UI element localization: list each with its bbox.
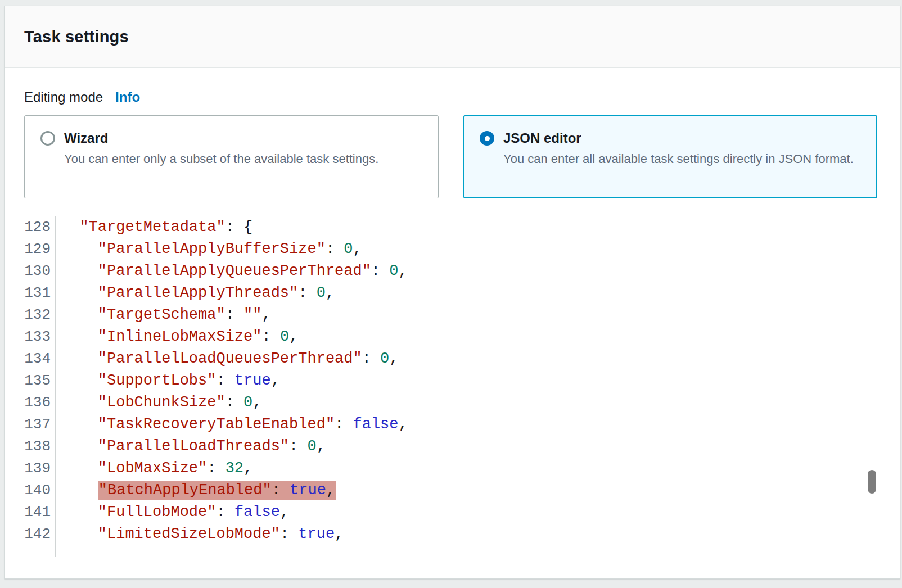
json-editor-option-tile[interactable]: JSON editor You can enter all available …	[463, 115, 877, 198]
wizard-option-label: Wizard	[64, 129, 422, 147]
code-line: "TargetMetadata": {	[61, 216, 408, 238]
editor-code[interactable]: "TargetMetadata": { "ParallelApplyBuffer…	[56, 216, 408, 557]
line-number: 135	[24, 370, 51, 392]
json-code-editor[interactable]: 1281291301311321331341351361371381391401…	[24, 216, 881, 557]
line-number: 131	[24, 282, 51, 304]
editor-gutter: 1281291301311321331341351361371381391401…	[24, 216, 56, 557]
code-line: "FullLobMode": false,	[61, 501, 408, 523]
code-line: "ParallelLoadThreads": 0,	[61, 436, 408, 458]
highlighted-code: "BatchApplyEnabled": true,	[98, 481, 336, 500]
line-number: 137	[24, 414, 51, 436]
wizard-radio-button[interactable]	[40, 131, 55, 146]
panel-header: Task settings	[5, 6, 900, 68]
line-number: 139	[24, 458, 51, 480]
line-number: 136	[24, 392, 51, 414]
code-line: "TaskRecoveryTableEnabled": false,	[61, 414, 408, 436]
code-line: "ParallelLoadQueuesPerThread": 0,	[61, 348, 408, 370]
editing-mode-row: Editing mode Info	[24, 89, 881, 105]
code-line: "LobChunkSize": 0,	[61, 392, 408, 414]
editing-mode-label: Editing mode	[24, 89, 103, 105]
line-number: 128	[24, 216, 51, 238]
info-link[interactable]: Info	[115, 89, 140, 105]
line-number: 141	[24, 501, 51, 523]
code-line: "ParallelApplyBufferSize": 0,	[61, 238, 408, 260]
code-line: "LobMaxSize": 32,	[61, 458, 408, 480]
code-line: "ParallelApplyQueuesPerThread": 0,	[61, 260, 408, 282]
json-editor-radio-button[interactable]	[480, 131, 494, 146]
code-line: "TargetSchema": "",	[61, 304, 408, 326]
task-settings-panel: Task settings Editing mode Info Wizard Y…	[4, 6, 900, 579]
line-number: 138	[24, 436, 51, 458]
line-number: 134	[24, 348, 51, 370]
line-number: 132	[24, 304, 51, 326]
line-number: 129	[24, 238, 51, 260]
line-number: 140	[24, 480, 51, 501]
json-editor-option-description: You can enter all available task setting…	[503, 150, 861, 168]
page-title: Task settings	[24, 28, 129, 46]
line-number: 142	[24, 523, 51, 545]
wizard-option-tile[interactable]: Wizard You can enter only a subset of th…	[24, 115, 439, 198]
vertical-scrollbar-thumb[interactable]	[868, 470, 876, 494]
editing-mode-radio-group: Wizard You can enter only a subset of th…	[24, 115, 881, 198]
code-line: "InlineLobMaxSize": 0,	[61, 326, 408, 348]
json-editor-option-label: JSON editor	[503, 129, 861, 147]
line-number: 130	[24, 260, 51, 282]
code-line: "BatchApplyEnabled": true,	[61, 480, 408, 501]
wizard-option-description: You can enter only a subset of the avail…	[64, 150, 422, 168]
code-line: "ParallelApplyThreads": 0,	[61, 282, 408, 304]
line-number: 133	[24, 326, 51, 348]
code-line: "LimitedSizeLobMode": true,	[61, 523, 408, 545]
code-line: "SupportLobs": true,	[61, 370, 408, 392]
